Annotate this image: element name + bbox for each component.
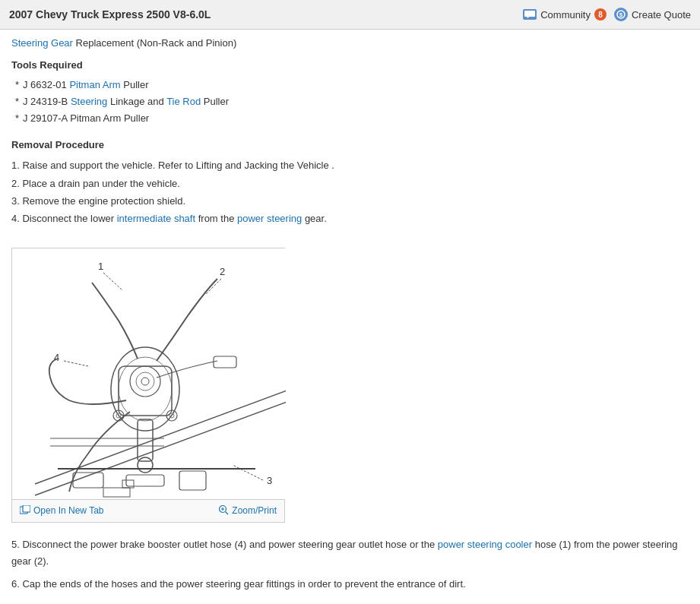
tie-rod-link[interactable]: Tie Rod [166,96,201,107]
list-item: 4. Disconnect the lower intermediate sha… [11,210,689,227]
community-icon [523,9,537,20]
svg-text:2: 2 [220,266,225,277]
svg-rect-0 [524,11,535,17]
header: 2007 Chevy Truck Express 2500 V8-6.0L Co… [0,0,700,30]
intermediate-shaft-link[interactable]: intermediate shaft [117,213,195,224]
tools-list: J 6632-01 Pitman Arm Puller J 24319-B St… [11,77,689,127]
tools-section: Tools Required J 6632-01 Pitman Arm Pull… [11,59,689,127]
steering-gear-link[interactable]: Steering Gear [11,37,73,49]
zoom-icon [218,504,229,517]
open-tab-label: Open In New Tab [33,505,104,516]
svg-rect-37 [23,505,30,512]
community-label: Community [540,9,591,21]
community-button[interactable]: Community 8 [523,8,607,21]
list-item: 2. Place a drain pan under the vehicle. [11,175,689,192]
list-item: J 6632-01 Pitman Arm Puller [15,77,689,93]
header-actions: Community 8 $ Create Quote [523,8,691,21]
steps-list: 1. Raise and support the vehicle. Refer … [11,157,689,228]
step5-paragraph: 5. Disconnect the power brake booster ou… [11,536,689,570]
list-item: J 24319-B Steering Linkage and Tie Rod P… [15,93,689,110]
vehicle-title: 2007 Chevy Truck Express 2500 V8-6.0L [9,8,211,21]
pitman-arm-link[interactable]: Pitman Arm [69,79,120,90]
list-item: J 29107-A Pitman Arm Puller [15,110,689,127]
power-steering-link[interactable]: power steering [237,213,302,224]
list-item: 3. Remove the engine protection shield. [11,192,689,210]
main-content: Steering Gear Replacement (Non-Rack and … [0,30,700,604]
page-subtitle: Steering Gear Replacement (Non-Rack and … [11,37,689,49]
community-badge: 8 [594,8,607,21]
create-quote-label: Create Quote [632,9,691,21]
open-tab-icon [20,505,30,517]
zoom-label: Zoom/Print [232,505,277,516]
svg-text:3: 3 [267,475,272,486]
step6-paragraph: 6. Cap the ends of the hoses and the pow… [11,576,689,593]
svg-line-39 [226,511,229,514]
image-footer: Open In New Tab Zoom/Print [12,499,284,522]
diagram-image: 1 2 4 3 [12,248,286,499]
svg-text:4: 4 [54,352,59,363]
list-item: 1. Raise and support the vehicle. Refer … [11,157,689,174]
svg-text:$: $ [619,11,623,18]
svg-marker-1 [527,17,529,18]
open-in-new-tab-link[interactable]: Open In New Tab [20,505,104,517]
zoom-print-link[interactable]: Zoom/Print [218,504,277,517]
removal-section: Removal Procedure 1. Raise and support t… [11,139,689,228]
steering-link[interactable]: Steering [71,96,107,107]
tools-heading: Tools Required [11,59,689,71]
quote-icon: $ [614,8,628,21]
removal-heading: Removal Procedure [11,139,689,150]
power-steering-cooler-link[interactable]: power steering cooler [438,539,532,550]
steering-diagram-svg: 1 2 4 3 [12,248,286,499]
create-quote-button[interactable]: $ Create Quote [614,8,691,21]
step6-text: 6. Cap the ends of the hoses and the pow… [11,578,466,590]
subtitle-rest: Replacement (Non-Rack and Pinion) [73,37,236,49]
svg-text:1: 1 [98,261,103,272]
diagram-container: 1 2 4 3 [11,248,285,523]
